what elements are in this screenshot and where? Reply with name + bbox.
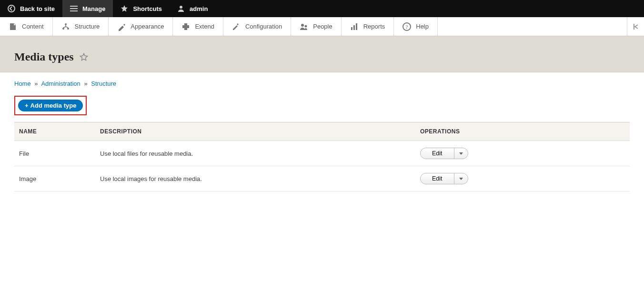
svg-rect-11: [353, 25, 355, 30]
operations-dropbutton: Edit: [420, 148, 468, 159]
svg-rect-3: [70, 10, 78, 11]
svg-rect-1: [70, 6, 78, 7]
manage-toggle[interactable]: Manage: [62, 0, 113, 17]
help-icon: ?: [402, 22, 411, 31]
cell-name: File: [14, 141, 95, 166]
star-icon: [121, 5, 128, 12]
svg-rect-12: [356, 23, 357, 30]
configuration-icon: [232, 22, 241, 31]
table-row: File Use local files for reusable media.…: [14, 141, 630, 166]
back-to-site[interactable]: Back to site: [0, 0, 62, 17]
menu-content-label: Content: [22, 23, 44, 30]
menu-content[interactable]: Content: [0, 17, 53, 36]
dropbutton-toggle[interactable]: [454, 148, 468, 159]
cell-name: Image: [14, 166, 95, 191]
operations-dropbutton: Edit: [420, 173, 468, 184]
menu-people-label: People: [313, 23, 332, 30]
cell-operations: Edit: [415, 166, 630, 191]
svg-point-6: [62, 28, 64, 30]
svg-point-7: [67, 28, 69, 30]
svg-point-9: [305, 25, 307, 27]
breadcrumb-home[interactable]: Home: [14, 80, 31, 87]
breadcrumb-administration[interactable]: Administration: [41, 80, 80, 87]
content-icon: [9, 22, 17, 31]
user-label: admin: [190, 5, 208, 12]
cell-operations: Edit: [415, 141, 630, 166]
add-media-type-label: Add media type: [30, 102, 77, 109]
breadcrumb-sep: »: [82, 80, 89, 87]
user-icon: [177, 5, 185, 12]
page-header: Media types: [0, 36, 644, 72]
shortcuts-toggle[interactable]: Shortcuts: [113, 0, 170, 17]
th-description: DESCRIPTION: [95, 122, 415, 141]
svg-rect-2: [70, 8, 78, 9]
media-types-table: NAME DESCRIPTION OPERATIONS File Use loc…: [14, 122, 630, 191]
menu-help-label: Help: [416, 23, 429, 30]
menu-extend-label: Extend: [195, 23, 214, 30]
svg-text:?: ?: [406, 24, 408, 30]
user-menu[interactable]: admin: [170, 0, 215, 17]
svg-rect-10: [351, 27, 352, 30]
menu-people[interactable]: People: [291, 17, 341, 36]
add-shortcut-star-icon[interactable]: [80, 53, 88, 61]
edit-button[interactable]: Edit: [421, 148, 454, 159]
svg-point-5: [65, 23, 67, 25]
add-media-type-highlight: +Add media type: [14, 96, 87, 115]
cell-description: Use local images for reusable media.: [95, 166, 415, 191]
manage-label: Manage: [82, 5, 105, 12]
svg-point-0: [8, 5, 15, 12]
th-operations: OPERATIONS: [415, 122, 630, 141]
menu-configuration-label: Configuration: [245, 23, 282, 30]
menu-extend[interactable]: Extend: [173, 17, 223, 36]
admin-toolbar: Back to site Manage Shortcuts admin: [0, 0, 644, 17]
th-name: NAME: [14, 122, 95, 141]
shortcuts-label: Shortcuts: [133, 5, 162, 12]
svg-point-8: [301, 24, 304, 27]
admin-menu: Content Structure Appearance Extend Conf…: [0, 17, 644, 36]
table-row: Image Use local images for reusable medi…: [14, 166, 630, 191]
svg-point-4: [180, 6, 182, 9]
menu-structure-label: Structure: [75, 23, 100, 30]
plus-icon: +: [25, 102, 29, 109]
add-media-type-button[interactable]: +Add media type: [18, 100, 83, 111]
menu-configuration[interactable]: Configuration: [223, 17, 291, 36]
hamburger-icon: [70, 5, 78, 12]
content-region: Home » Administration » Structure +Add m…: [0, 72, 644, 211]
menu-appearance-label: Appearance: [131, 23, 164, 30]
menu-structure[interactable]: Structure: [53, 17, 109, 36]
menu-appearance[interactable]: Appearance: [109, 17, 173, 36]
menu-reports-label: Reports: [363, 23, 385, 30]
edit-button[interactable]: Edit: [421, 173, 454, 184]
cell-description: Use local files for reusable media.: [95, 141, 415, 166]
breadcrumb: Home » Administration » Structure: [14, 80, 630, 87]
appearance-icon: [117, 22, 126, 31]
menu-reports[interactable]: Reports: [342, 17, 394, 36]
people-icon: [300, 22, 308, 31]
toolbar-orientation-toggle[interactable]: [627, 17, 644, 36]
breadcrumb-structure[interactable]: Structure: [91, 80, 116, 87]
menu-spacer: [438, 17, 627, 36]
structure-icon: [61, 22, 70, 31]
dropbutton-toggle[interactable]: [454, 173, 468, 184]
back-to-site-label: Back to site: [20, 5, 55, 12]
breadcrumb-sep: »: [32, 80, 40, 87]
back-arrow-icon: [8, 5, 15, 12]
page-title: Media types: [14, 50, 74, 63]
menu-help[interactable]: ? Help: [394, 17, 438, 36]
reports-icon: [350, 22, 359, 31]
extend-icon: [181, 22, 190, 31]
